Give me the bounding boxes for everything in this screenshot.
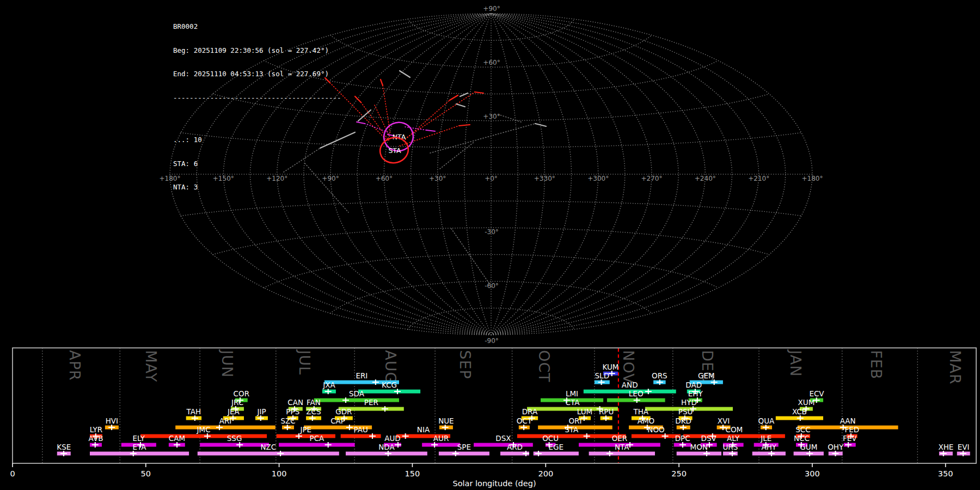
x-tick-label: 350 [938, 469, 953, 478]
meteor-track-sta [407, 92, 475, 137]
shower-label-xcb: XCB [792, 407, 807, 416]
x-tick-label: 150 [405, 469, 420, 478]
shower-label-and: AND [622, 381, 638, 389]
lon-label: +180° [802, 175, 823, 182]
shower-label-kse: KSE [57, 443, 71, 451]
shower-label-per: PER [364, 398, 378, 407]
shower-label-ari: ARI [219, 416, 232, 425]
shower-label-ori: ORI [568, 416, 581, 425]
x-tick-label: 250 [671, 469, 687, 478]
month-label: JAN [787, 349, 804, 377]
meteor-nta [426, 130, 435, 131]
shower-label-nia: NIA [417, 425, 430, 434]
shower-bar-noo [632, 434, 681, 438]
shower-label-aly: ALY [727, 434, 740, 443]
shower-label-pca: PCA [309, 434, 324, 443]
shower-label-dsx: DSX [495, 434, 511, 443]
shower-label-gdr: GDR [335, 407, 352, 416]
shower-bar-mon [677, 452, 721, 456]
shower-label-eri: ERI [356, 371, 367, 380]
begin-time: Beg: 20251109 22:30:56 (sol = 227.42°) [173, 47, 341, 55]
shower-label-spe: SPE [457, 443, 471, 451]
month-label: MAY [143, 350, 160, 382]
shower-label-lum: LUM [577, 407, 592, 416]
shower-label-can: CAN [287, 398, 303, 407]
shower-label-aud: AUD [384, 434, 401, 443]
shower-label-avb: AVB [89, 434, 103, 443]
x-tick-label: 300 [805, 469, 820, 478]
shower-label-jrc: JRC [231, 398, 243, 407]
meteor-track-spo [440, 142, 475, 169]
month-label: APR [66, 350, 83, 381]
shower-bar-kcg [358, 390, 420, 394]
shower-label-ard: ARD [507, 443, 523, 451]
shower-label-hvi: HVI [106, 416, 118, 425]
plots-canvas: +180°+150°+120°+90°+60°+30°+0°+330°+300°… [0, 0, 980, 490]
shower-bars: KUMERISLDORSGEMJXAKCGANDDADCORSDALMILEOE… [57, 363, 970, 456]
month-label: NOV [620, 350, 637, 384]
meteor-sta [459, 125, 470, 126]
shower-label-ehy: EHY [688, 389, 703, 398]
shower-label-aur: AUR [433, 434, 449, 443]
month-label: JUN [219, 349, 236, 378]
shower-label-zcs: ZCS [306, 407, 321, 416]
meteor-observation-screen: +180°+150°+120°+90°+60°+30°+0°+330°+300°… [0, 0, 980, 490]
shower-label-pau: PAU [353, 425, 367, 434]
header-separator: ----------------------------------------… [173, 94, 341, 102]
shower-label-oct: OCT [517, 416, 532, 425]
lon-label: +240° [695, 175, 716, 182]
shower-bar-nta [589, 452, 655, 456]
shower-label-oer: OER [612, 434, 628, 443]
radiant-label-sta: STA [388, 146, 401, 155]
lon-label: +270° [641, 175, 663, 182]
shower-label-lyr: LYR [90, 425, 102, 434]
meteor-track-spo [498, 114, 523, 122]
shower-bar-sda [314, 399, 399, 402]
station-id: BR0002 [173, 23, 341, 31]
shower-label-dad: DAD [685, 381, 702, 389]
x-tick-label: 100 [272, 469, 287, 478]
meteor-track-spo [451, 229, 492, 287]
shower-bar-aur [422, 443, 460, 447]
shower-bar-ari [175, 426, 275, 430]
shower-label-jip: JIP [257, 407, 266, 416]
shower-label-nzc: NZC [260, 443, 276, 451]
meteor-spo [456, 104, 465, 107]
activity-timeline: APRMAYJUNJULAUGSEPOCTNOVDECJANFEBMARKUME… [10, 348, 976, 488]
shower-label-tha: THA [633, 407, 648, 416]
shower-label-qua: QUA [758, 416, 775, 425]
meteor-track-nta [405, 127, 426, 130]
lat-label: +60° [483, 59, 500, 66]
shower-label-ncc: NCC [794, 434, 810, 443]
lat-label: -60° [485, 282, 499, 290]
shower-label-ors: ORS [652, 371, 667, 380]
shower-label-ssg: SSG [227, 434, 242, 443]
shower-label-dsv: DSV [701, 434, 717, 443]
shower-label-szc: SZC [280, 416, 295, 425]
shower-label-dkd: DKD [675, 416, 691, 425]
shower-label-ocu: OCU [542, 434, 559, 443]
shower-label-dpc: DPC [675, 434, 690, 443]
shower-bar-eta [90, 452, 189, 456]
meteor-track-spo [430, 124, 535, 153]
shower-label-sta: STA [565, 425, 579, 434]
shower-label-noo: NOO [647, 425, 664, 434]
shower-bar-jmc [140, 434, 267, 438]
shower-bar-nzc [198, 452, 339, 456]
shower-bar-sta [517, 434, 626, 438]
meteor-track-sta [403, 100, 450, 141]
shower-label-ege: EGE [549, 443, 564, 451]
lat-label: -30° [485, 228, 499, 236]
x-tick-label: 200 [538, 469, 553, 478]
shower-label-ecv: ECV [809, 389, 824, 398]
shower-bar-jpe [277, 434, 335, 438]
shower-label-nue: NUE [438, 416, 454, 425]
shower-bar-pca [279, 443, 355, 447]
x-axis-title: Solar longitude (deg) [452, 479, 536, 488]
meteor-spo [400, 71, 410, 77]
shower-label-eta: ETA [133, 443, 147, 451]
shower-label-dra: DRA [522, 407, 538, 416]
shower-label-gem: GEM [698, 371, 715, 380]
x-axis: 050100150200250300350Solar longitude (de… [10, 463, 953, 488]
shower-label-xum: XUM [798, 398, 815, 407]
